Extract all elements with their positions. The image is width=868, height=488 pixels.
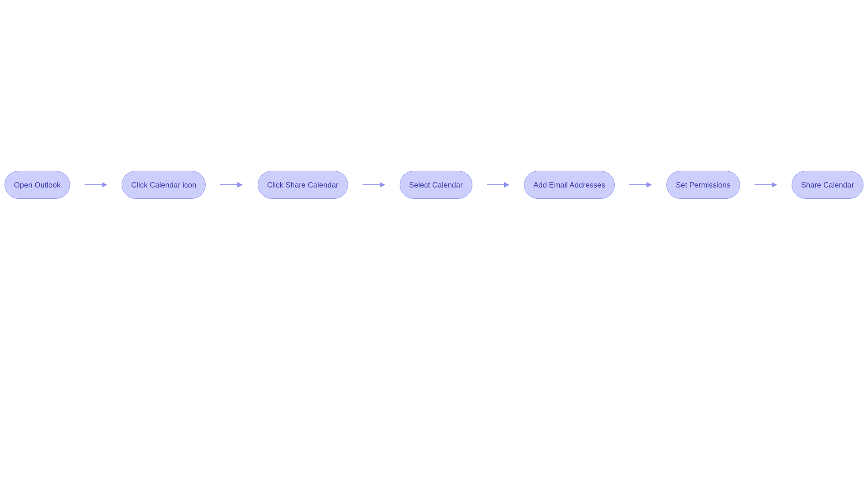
arrow-1 <box>85 180 107 189</box>
arrow-6 <box>755 180 777 189</box>
node-select-calendar: Select Calendar <box>400 171 472 199</box>
arrow-icon <box>85 180 107 189</box>
svg-marker-11 <box>772 182 777 188</box>
arrow-icon <box>755 180 777 189</box>
node-share-calendar: Share Calendar <box>792 171 863 199</box>
arrow-icon <box>487 180 509 189</box>
arrow-3 <box>363 180 385 189</box>
arrow-icon <box>363 180 385 189</box>
node-label: Set Permissions <box>676 181 731 189</box>
node-label: Select Calendar <box>409 181 463 189</box>
svg-marker-5 <box>380 182 385 188</box>
svg-marker-1 <box>102 182 107 188</box>
flow-row: Open Outlook Click Calendar icon Click S… <box>5 171 863 199</box>
arrow-icon <box>629 180 652 189</box>
diagram-canvas: Open Outlook Click Calendar icon Click S… <box>0 0 868 488</box>
node-label: Share Calendar <box>801 181 854 189</box>
arrow-2 <box>220 180 243 189</box>
node-set-permissions: Set Permissions <box>666 171 740 199</box>
svg-marker-9 <box>646 182 652 188</box>
node-label: Click Share Calendar <box>267 181 339 189</box>
node-label: Open Outlook <box>14 181 61 189</box>
arrow-5 <box>629 180 652 189</box>
node-open-outlook: Open Outlook <box>5 171 70 199</box>
node-label: Click Calendar icon <box>131 181 196 189</box>
node-click-share-calendar: Click Share Calendar <box>258 171 348 199</box>
node-click-calendar-icon: Click Calendar icon <box>122 171 206 199</box>
arrow-4 <box>487 180 509 189</box>
svg-marker-3 <box>237 182 243 188</box>
svg-marker-7 <box>504 182 509 188</box>
arrow-icon <box>220 180 243 189</box>
node-label: Add Email Addresses <box>533 181 605 189</box>
node-add-email-addresses: Add Email Addresses <box>524 171 615 199</box>
